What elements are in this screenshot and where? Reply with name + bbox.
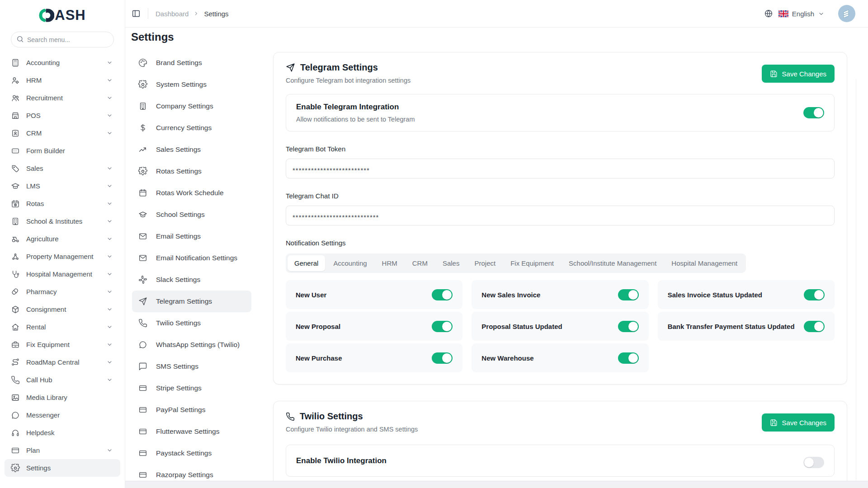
sidebar-item-label: Fix Equipment [26,341,70,348]
telegram-enable-toggle[interactable] [803,107,824,118]
settings-menu-item-whatsapp-settings-twilio[interactable]: WhatsApp Settings (Twilio) [132,334,251,356]
settings-menu-item-label: Paystack Settings [156,449,212,457]
chevron-down-icon [106,77,113,84]
settings-menu-item-stripe-settings[interactable]: Stripe Settings [132,377,251,399]
settings-menu-item-rotas-settings[interactable]: Rotas Settings [132,160,251,182]
sidebar-item-property-management[interactable]: Property Management [5,248,120,265]
tab-general[interactable]: General [288,255,325,271]
settings-menu-item-sms-settings[interactable]: SMS Settings [132,356,251,377]
sidebar-item-fix-equipment[interactable]: Fix Equipment [5,336,120,353]
chevron-down-icon [106,200,113,207]
settings-menu-item-rotas-work-schedule[interactable]: Rotas Work Schedule [132,182,251,204]
settings-menu-item-label: Email Notification Settings [156,254,237,262]
credit-card-icon [138,384,148,393]
sidebar-item-agriculture[interactable]: Agriculture [5,230,120,248]
language-selector[interactable]: English [778,10,825,18]
telegram-card-title: Telegram Settings [300,62,378,73]
sidebar-item-plan[interactable]: Plan [5,441,120,459]
sidebar-item-pos[interactable]: POS [5,107,120,124]
bot-token-input[interactable] [286,159,835,178]
settings-menu-item-label: Razorpay Settings [156,471,213,479]
toggle-switch[interactable] [432,352,453,364]
store-icon [11,111,21,120]
chevron-down-icon [106,376,113,383]
settings-menu-item-paystack-settings[interactable]: Paystack Settings [132,442,251,464]
sidebar-item-crm[interactable]: CRM [5,124,120,142]
settings-menu-item-paypal-settings[interactable]: PayPal Settings [132,399,251,421]
sidebar-item-sales[interactable]: Sales [5,160,120,177]
sidebar-item-consignment[interactable]: Consignment [5,300,120,318]
sidebar-item-lms[interactable]: LMS [5,177,120,195]
tab-fix-equipment[interactable]: Fix Equipment [504,255,561,271]
app-logo[interactable]: ASH [0,0,125,28]
toggle-switch[interactable] [804,289,825,300]
settings-menu-item-currency-settings[interactable]: Currency Settings [132,117,251,139]
enable-telegram-title: Enable Telegram Integration [296,103,415,112]
horizontal-scrollbar[interactable] [125,481,868,488]
sidebar-item-roadmap-central[interactable]: RoadMap Central [5,353,120,371]
settings-menu-item-brand-settings[interactable]: Brand Settings [132,52,251,74]
search-input[interactable] [11,32,114,47]
settings-menu-item-twilio-settings[interactable]: Twilio Settings [132,312,251,334]
notification-card-bank-transfer-payment-status-updated: Bank Transfer Payment Status Updated [658,312,835,341]
sidebar-item-call-hub[interactable]: Call Hub [5,371,120,389]
settings-menu-item-sales-settings[interactable]: Sales Settings [132,139,251,160]
sidebar-item-recruitment[interactable]: Recruitment [5,89,120,107]
tab-sales[interactable]: Sales [436,255,467,271]
tab-school-institute-management[interactable]: School/Institute Management [562,255,663,271]
sidebar-item-rotas[interactable]: Rotas [5,195,120,212]
topbar-divider [148,8,148,19]
tab-crm[interactable]: CRM [406,255,434,271]
toggle-switch[interactable] [804,321,825,332]
chevron-down-icon [106,341,113,348]
sidebar-toggle-icon[interactable] [132,9,141,18]
chat-id-input[interactable] [286,206,835,225]
sidebar-item-settings[interactable]: Settings [5,459,120,477]
sidebar-item-accounting[interactable]: Accounting [5,54,120,71]
toggle-switch[interactable] [432,289,453,300]
settings-menu-item-label: Currency Settings [156,124,212,132]
toggle-switch[interactable] [618,289,639,300]
toggle-switch[interactable] [618,321,639,332]
sidebar-item-school-institutes[interactable]: School & Institutes [5,212,120,230]
settings-menu-item-email-notification-settings[interactable]: Email Notification Settings [132,247,251,269]
notification-label: Bank Transfer Payment Status Updated [668,323,799,330]
sidebar-item-helpdesk[interactable]: Helpdesk [5,424,120,441]
sidebar-item-form-builder[interactable]: Form Builder [5,142,120,160]
sidebar-item-label: Recruitment [26,94,63,102]
notification-label: New Purchase [296,354,347,362]
package-icon [11,305,21,314]
vertical-scrollbar[interactable] [856,79,856,480]
sidebar-item-label: Settings [26,464,51,472]
toggle-switch[interactable] [432,321,453,332]
twilio-card-subtitle: Configure Twilio integration and SMS set… [286,426,418,433]
sidebar-item-media-library[interactable]: Media Library [5,389,120,406]
settings-menu-item-system-settings[interactable]: System Settings [132,74,251,95]
sidebar-item-messenger[interactable]: Messenger [5,406,120,424]
graduation-cap-icon [138,210,148,219]
notification-tabbar: GeneralAccountingHRMCRMSalesProjectFix E… [286,253,746,273]
settings-menu-item-flutterwave-settings[interactable]: Flutterwave Settings [132,421,251,442]
settings-menu-item-telegram-settings[interactable]: Telegram Settings [132,291,251,312]
calendar-icon [138,188,148,197]
globe-icon[interactable] [764,9,773,18]
tab-project[interactable]: Project [467,255,502,271]
sidebar-item-pharmacy[interactable]: Pharmacy [5,283,120,300]
twilio-enable-toggle[interactable] [803,457,824,468]
toggle-switch[interactable] [618,352,639,364]
breadcrumb-dashboard[interactable]: Dashboard [156,10,189,18]
sidebar-item-hrm[interactable]: HRM [5,71,120,89]
sidebar-item-rental[interactable]: Rental [5,318,120,336]
avatar[interactable] [838,5,855,22]
settings-menu-item-email-settings[interactable]: Email Settings [132,225,251,247]
sidebar-item-hospital-management[interactable]: Hospital Management [5,265,120,283]
sidebar-item-label: RoadMap Central [26,358,80,366]
tab-hrm[interactable]: HRM [375,255,404,271]
save-changes-button[interactable]: Save Changes [762,65,835,83]
save-changes-button[interactable]: Save Changes [762,413,835,432]
settings-menu-item-company-settings[interactable]: Company Settings [132,95,251,117]
settings-menu-item-school-settings[interactable]: School Settings [132,204,251,225]
settings-menu-item-slack-settings[interactable]: Slack Settings [132,269,251,291]
tab-accounting[interactable]: Accounting [326,255,373,271]
tab-hospital-management[interactable]: Hospital Management [665,255,744,271]
